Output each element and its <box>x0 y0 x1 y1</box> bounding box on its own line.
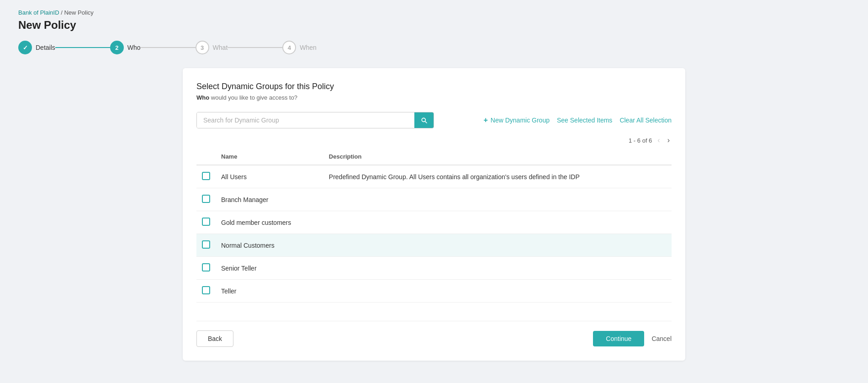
search-icon <box>420 117 428 124</box>
step-when-circle: 4 <box>282 41 296 54</box>
card-title: Select Dynamic Groups for this Policy <box>196 82 672 91</box>
new-group-label: New Dynamic Group <box>491 117 550 124</box>
search-input[interactable] <box>197 112 414 128</box>
search-container <box>196 112 434 128</box>
card-subtitle-who: Who <box>196 94 209 101</box>
row-checkbox[interactable] <box>202 195 210 203</box>
checkbox-cell[interactable] <box>196 234 216 257</box>
step-details-label: Details <box>36 44 55 51</box>
step-what: 3 What <box>196 41 228 54</box>
see-selected-button[interactable]: See Selected Items <box>557 117 612 124</box>
table-row: All Users Predefined Dynamic Group. All … <box>196 165 672 188</box>
pagination-prev-button[interactable]: ‹ <box>656 136 662 145</box>
pagination-next-button[interactable]: › <box>666 136 672 145</box>
row-name: Branch Manager <box>216 188 323 211</box>
toolbar-actions: + New Dynamic Group See Selected Items C… <box>483 116 672 124</box>
step-when-label: When <box>300 44 317 51</box>
plus-icon: + <box>483 116 487 124</box>
stepper: ✓ Details 2 Who 3 What 4 When <box>18 41 850 54</box>
step-who-label: Who <box>127 44 141 51</box>
checkbox-cell[interactable] <box>196 280 216 303</box>
row-name: Teller <box>216 280 323 303</box>
table-row: Normal Customers <box>196 234 672 257</box>
card-footer: Back Continue Cancel <box>196 321 672 347</box>
row-name: All Users <box>216 165 323 188</box>
row-description <box>323 280 672 303</box>
table-row: Senior Teller <box>196 257 672 280</box>
pagination-row: 1 - 6 of 6 ‹ › <box>196 136 672 145</box>
row-checkbox[interactable] <box>202 218 210 226</box>
row-description <box>323 234 672 257</box>
row-checkbox[interactable] <box>202 286 210 294</box>
step-who: 2 Who <box>110 41 141 54</box>
card-subtitle: Who would you like to give access to? <box>196 94 672 101</box>
back-button[interactable]: Back <box>196 330 233 347</box>
search-button[interactable] <box>414 112 434 128</box>
column-checkbox <box>196 149 216 165</box>
row-description <box>323 211 672 234</box>
column-name: Name <box>216 149 323 165</box>
step-what-label: What <box>213 44 228 51</box>
checkbox-cell[interactable] <box>196 188 216 211</box>
step-details: ✓ Details <box>18 41 55 54</box>
main-card: Select Dynamic Groups for this Policy Wh… <box>183 68 685 361</box>
new-dynamic-group-button[interactable]: + New Dynamic Group <box>483 116 550 124</box>
row-name: Gold member customers <box>216 211 323 234</box>
checkbox-cell[interactable] <box>196 257 216 280</box>
step-details-circle: ✓ <box>18 41 32 54</box>
step-when: 4 When <box>282 41 317 54</box>
toolbar: + New Dynamic Group See Selected Items C… <box>196 112 672 128</box>
connector-3 <box>228 47 282 48</box>
pagination-label: 1 - 6 of 6 <box>629 137 652 144</box>
checkbox-cell[interactable] <box>196 211 216 234</box>
row-checkbox[interactable] <box>202 263 210 271</box>
step-what-circle: 3 <box>196 41 209 54</box>
card-subtitle-text: would you like to give access to? <box>209 94 297 101</box>
row-description: Predefined Dynamic Group. All Users cont… <box>323 165 672 188</box>
connector-1 <box>55 47 110 48</box>
column-description: Description <box>323 149 672 165</box>
clear-selection-button[interactable]: Clear All Selection <box>619 117 672 124</box>
breadcrumb: Bank of PlainID / New Policy <box>18 9 850 16</box>
connector-2 <box>141 47 196 48</box>
continue-button[interactable]: Continue <box>593 331 644 346</box>
row-name: Senior Teller <box>216 257 323 280</box>
row-description <box>323 257 672 280</box>
checkbox-cell[interactable] <box>196 165 216 188</box>
step-who-circle: 2 <box>110 41 124 54</box>
row-checkbox[interactable] <box>202 240 210 249</box>
footer-right-actions: Continue Cancel <box>593 331 672 346</box>
row-name: Normal Customers <box>216 234 323 257</box>
row-description <box>323 188 672 211</box>
cancel-button[interactable]: Cancel <box>651 335 672 342</box>
row-checkbox[interactable] <box>202 172 210 180</box>
groups-table: Name Description All Users Predefined Dy… <box>196 149 672 303</box>
table-row: Branch Manager <box>196 188 672 211</box>
breadcrumb-current: New Policy <box>64 9 93 16</box>
table-header-row: Name Description <box>196 149 672 165</box>
breadcrumb-parent-link[interactable]: Bank of PlainID <box>18 9 59 16</box>
table-row: Teller <box>196 280 672 303</box>
table-row: Gold member customers <box>196 211 672 234</box>
page-title: New Policy <box>18 19 850 32</box>
